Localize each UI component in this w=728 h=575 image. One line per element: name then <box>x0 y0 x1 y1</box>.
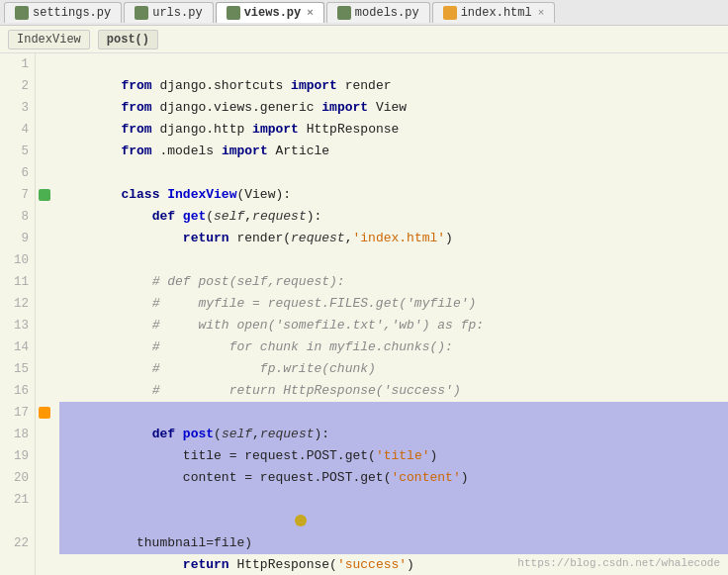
code-area: 1 2 3 4 5 6 7 8 9 10 11 12 13 14 15 16 1… <box>0 53 728 575</box>
line-num-19: 19 <box>0 445 29 467</box>
code-line-6: class IndexView(View): <box>59 162 728 184</box>
line-num-21b <box>0 511 29 532</box>
gutter-20 <box>36 467 53 489</box>
line-num-17: 17 <box>0 402 29 424</box>
gutter-8 <box>36 206 53 228</box>
line-num-1: 1 <box>0 53 29 75</box>
gutter-11 <box>36 271 53 293</box>
gutter-1 <box>36 53 53 75</box>
line-num-12: 12 <box>0 293 29 315</box>
tab-urls-py[interactable]: urls.py <box>124 2 213 23</box>
gutter-18 <box>36 424 53 445</box>
line-num-3: 3 <box>0 97 29 119</box>
code-line-21: Article.objects.create(title=title,conte… <box>59 489 728 511</box>
line-num-22: 22 <box>0 532 29 554</box>
tab-settings-py[interactable]: settings.py <box>4 2 122 23</box>
breakpoint-icon-orange[interactable] <box>39 407 50 419</box>
line-num-2: 2 <box>0 75 29 97</box>
gutter-2 <box>36 75 53 97</box>
tab-close-icon[interactable]: × <box>538 7 545 19</box>
line-num-6: 6 <box>0 162 29 184</box>
gutter-15 <box>36 358 53 380</box>
line-num-9: 9 <box>0 228 29 249</box>
gutter-3 <box>36 97 53 119</box>
gutter-9 <box>36 228 53 249</box>
gutter-19 <box>36 445 53 467</box>
line-num-4: 4 <box>0 119 29 141</box>
gutter-17 <box>36 402 53 424</box>
gutter-16 <box>36 380 53 402</box>
tab-bar: settings.py urls.py views.py × models.py… <box>0 0 728 26</box>
gutter-5 <box>36 141 53 162</box>
code-line-10: # def post(self,request): <box>59 249 728 271</box>
file-icon <box>227 6 240 20</box>
tab-label: models.py <box>355 6 419 20</box>
code-line-17: def post(self,request): <box>59 402 728 424</box>
breadcrumb-bar: IndexView post() <box>0 26 728 53</box>
cursor-marker <box>295 515 307 527</box>
line-num-11: 11 <box>0 271 29 293</box>
gutter-12 <box>36 293 53 315</box>
watermark: https://blog.csdn.net/whalecode <box>517 557 720 569</box>
tab-label: views.py <box>244 6 302 20</box>
gutter-10 <box>36 249 53 271</box>
tab-views-py[interactable]: views.py × <box>216 2 324 23</box>
breakpoint-icon-green[interactable] <box>39 189 50 201</box>
tab-index-html[interactable]: index.html × <box>432 2 556 23</box>
line-num-10: 10 <box>0 249 29 271</box>
ide-window: settings.py urls.py views.py × models.py… <box>0 0 728 575</box>
line-numbers: 1 2 3 4 5 6 7 8 9 10 11 12 13 14 15 16 1… <box>0 53 36 575</box>
line-num-14: 14 <box>0 336 29 358</box>
code-line-21-cont: thumbnail=file) <box>59 511 728 532</box>
tab-models-py[interactable]: models.py <box>326 2 430 23</box>
line-num-18: 18 <box>0 424 29 445</box>
code-content[interactable]: from django.shortcuts import render from… <box>53 53 728 575</box>
tab-label: settings.py <box>33 6 111 20</box>
gutter-21b <box>36 511 53 532</box>
gutter <box>36 53 53 575</box>
breadcrumb-post[interactable]: post() <box>98 30 158 49</box>
gutter-22 <box>36 532 53 554</box>
code-line-1: from django.shortcuts import render <box>59 53 728 75</box>
tab-close-icon[interactable]: × <box>307 7 314 19</box>
file-icon <box>443 6 457 20</box>
gutter-13 <box>36 315 53 336</box>
file-icon <box>15 6 29 20</box>
file-icon <box>337 6 351 20</box>
line-num-15: 15 <box>0 358 29 380</box>
gutter-7 <box>36 184 53 206</box>
tab-label: urls.py <box>152 6 202 20</box>
line-num-20: 20 <box>0 467 29 489</box>
line-num-16: 16 <box>0 380 29 402</box>
gutter-21 <box>36 489 53 511</box>
gutter-6 <box>36 162 53 184</box>
gutter-4 <box>36 119 53 141</box>
gutter-14 <box>36 336 53 358</box>
breadcrumb-indexview[interactable]: IndexView <box>8 30 90 49</box>
line-num-8: 8 <box>0 206 29 228</box>
line-num-7: 7 <box>0 184 29 206</box>
line-num-5: 5 <box>0 141 29 162</box>
file-icon <box>135 6 148 20</box>
tab-label: index.html <box>461 6 532 20</box>
line-num-21: 21 <box>0 489 29 511</box>
line-num-13: 13 <box>0 315 29 336</box>
